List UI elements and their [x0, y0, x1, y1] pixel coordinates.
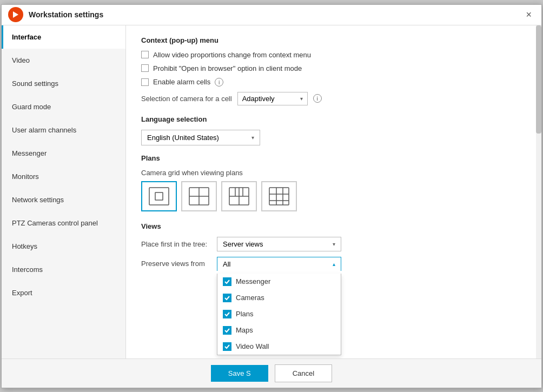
svg-rect-11 — [269, 188, 289, 205]
grid-options — [141, 181, 526, 211]
dropdown-item-cameras[interactable]: Cameras — [217, 290, 341, 306]
dropdown-item-video-wall[interactable]: Video Wall — [217, 338, 341, 355]
grid-option-4[interactable] — [181, 181, 217, 211]
preserve-views-dropdown-menu: Messenger Cameras — [217, 274, 341, 355]
dialog-title: Workstation settings — [29, 10, 522, 19]
prohibit-open-browser-label: Prohibit "Open in browser" option in cli… — [153, 64, 302, 72]
content-area: Context (pop-up) menu Allow video propor… — [126, 25, 541, 358]
sidebar-item-intercoms[interactable]: Intercoms — [2, 258, 125, 281]
prohibit-open-browser-checkbox[interactable] — [141, 64, 149, 72]
allow-video-proportions-checkbox[interactable] — [141, 51, 149, 58]
main-content: Interface Video Sound settings Guard mod… — [2, 25, 541, 358]
svg-rect-2 — [155, 192, 163, 200]
allow-video-proportions-label: Allow video proportions change from cont… — [153, 51, 311, 59]
preserve-views-row: Preserve views from All ▴ — [141, 257, 526, 271]
selection-info-icon[interactable]: i — [313, 94, 322, 103]
camera-selection-dropdown[interactable]: Adaptively ▾ — [237, 92, 308, 105]
camera-grid-label: Camera grid when viewing plans — [141, 169, 526, 177]
sidebar: Interface Video Sound settings Guard mod… — [2, 25, 126, 358]
sidebar-item-guard-mode[interactable]: Guard mode — [2, 95, 125, 118]
sidebar-item-export[interactable]: Export — [2, 281, 125, 304]
scrollbar-thumb[interactable] — [536, 25, 541, 134]
place-first-dropdown[interactable]: Server views ▾ — [217, 237, 341, 251]
app-logo — [8, 7, 23, 22]
maps-check-icon — [223, 326, 231, 335]
title-bar: Workstation settings × — [2, 5, 541, 25]
video-wall-check-icon — [223, 342, 231, 351]
language-dropdown[interactable]: English (United States) ▾ — [141, 130, 260, 145]
preserve-views-label: Preserve views from — [141, 260, 211, 268]
scrollbar-track[interactable] — [536, 25, 541, 358]
camera-selection-label: Selection of camera for a cell — [141, 95, 232, 103]
place-first-row: Place first in the tree: Server views ▾ — [141, 237, 526, 251]
sidebar-item-video[interactable]: Video — [2, 49, 125, 72]
cameras-check-icon — [223, 294, 231, 302]
alarm-cells-info-icon[interactable]: i — [215, 78, 223, 87]
sidebar-item-monitors[interactable]: Monitors — [2, 165, 125, 188]
place-first-label: Place first in the tree: — [141, 240, 211, 248]
views-section-title: Views — [141, 222, 526, 230]
camera-selection-row: Selection of camera for a cell Adaptivel… — [141, 92, 526, 105]
preserve-views-container: All ▴ — [217, 257, 341, 271]
footer-bar: Save S Cancel — [2, 358, 541, 388]
sidebar-item-messenger[interactable]: Messenger — [2, 142, 125, 165]
enable-alarm-cells-checkbox[interactable] — [141, 78, 149, 86]
workstation-settings-dialog: Workstation settings × Interface Video S… — [1, 4, 542, 388]
messenger-check-icon — [223, 277, 231, 286]
checkbox-row-3: Enable alarm cells i — [141, 78, 526, 87]
grid-option-1[interactable] — [141, 181, 177, 211]
language-section-title: Language selection — [141, 115, 526, 123]
sidebar-item-hotkeys[interactable]: Hotkeys — [2, 235, 125, 258]
grid-option-6[interactable] — [221, 181, 257, 211]
preserve-views-dropdown[interactable]: All ▴ — [217, 257, 341, 271]
grid-option-9[interactable] — [261, 181, 297, 211]
close-button[interactable]: × — [522, 8, 535, 22]
context-menu-section-title: Context (pop-up) menu — [141, 36, 526, 44]
dropdown-item-plans[interactable]: Plans — [217, 306, 341, 322]
sidebar-item-user-alarm-channels[interactable]: User alarm channels — [2, 118, 125, 142]
sidebar-item-sound-settings[interactable]: Sound settings — [2, 72, 125, 95]
svg-marker-0 — [13, 11, 18, 18]
checkbox-row-2: Prohibit "Open in browser" option in cli… — [141, 64, 526, 72]
sidebar-item-ptz[interactable]: PTZ Cameras control panel — [2, 211, 125, 235]
content-wrapper: Context (pop-up) menu Allow video propor… — [126, 25, 541, 358]
plans-check-icon — [223, 310, 231, 318]
chevron-down-icon: ▾ — [251, 135, 254, 141]
cancel-button[interactable]: Cancel — [275, 364, 332, 382]
chevron-down-icon: ▾ — [300, 96, 303, 102]
dropdown-item-messenger[interactable]: Messenger — [217, 274, 341, 290]
chevron-down-icon: ▾ — [333, 241, 335, 247]
checkbox-row-1: Allow video proportions change from cont… — [141, 51, 526, 59]
plans-section-title: Plans — [141, 154, 526, 162]
svg-rect-1 — [149, 188, 169, 205]
sidebar-item-interface[interactable]: Interface — [2, 25, 125, 49]
chevron-up-icon: ▴ — [333, 261, 335, 267]
save-button[interactable]: Save S — [211, 365, 268, 382]
enable-alarm-cells-label: Enable alarm cells — [153, 78, 210, 86]
sidebar-item-network-settings[interactable]: Network settings — [2, 188, 125, 211]
dropdown-item-maps[interactable]: Maps — [217, 322, 341, 338]
